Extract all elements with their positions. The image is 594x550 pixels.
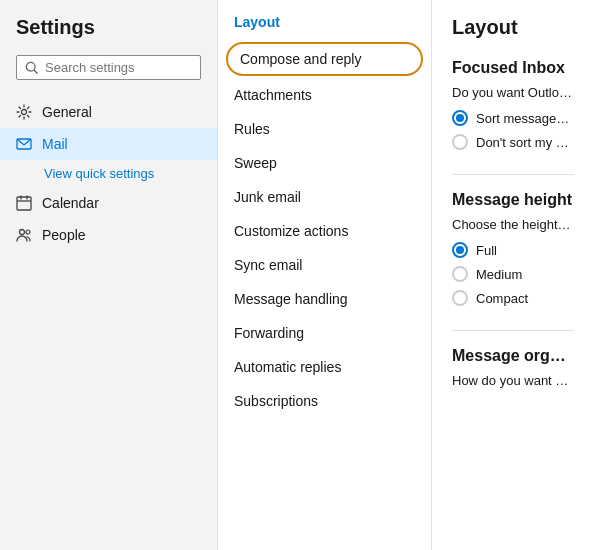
radio-compact-label: Compact (476, 291, 528, 306)
middle-item-compose-reply[interactable]: Compose and reply (226, 42, 423, 76)
calendar-label: Calendar (42, 195, 99, 211)
focused-inbox-heading: Focused Inbox (452, 59, 574, 77)
middle-item-junk-email[interactable]: Junk email (218, 180, 431, 214)
right-panel-title: Layout (452, 16, 574, 39)
middle-header: Layout (218, 0, 431, 40)
svg-rect-4 (17, 197, 31, 210)
radio-dont-sort[interactable]: Don't sort my messa (452, 134, 574, 150)
radio-full-label: Full (476, 243, 497, 258)
people-label: People (42, 227, 86, 243)
calendar-icon (16, 195, 32, 211)
middle-item-automatic-replies[interactable]: Automatic replies (218, 350, 431, 384)
sidebar-item-calendar[interactable]: Calendar (0, 187, 217, 219)
mail-icon (16, 136, 32, 152)
radio-compact[interactable]: Compact (452, 290, 574, 306)
svg-line-1 (34, 70, 37, 73)
message-height-options: Full Medium Compact (452, 242, 574, 306)
gear-icon (16, 104, 32, 120)
mail-label: Mail (42, 136, 68, 152)
svg-point-9 (26, 230, 30, 234)
radio-medium-label: Medium (476, 267, 522, 282)
search-box[interactable] (16, 55, 201, 80)
middle-item-message-handling[interactable]: Message handling (218, 282, 431, 316)
middle-item-rules[interactable]: Rules (218, 112, 431, 146)
middle-item-subscriptions[interactable]: Subscriptions (218, 384, 431, 418)
general-label: General (42, 104, 92, 120)
view-quick-settings-link[interactable]: View quick settings (0, 160, 217, 187)
radio-compact-circle[interactable] (452, 290, 468, 306)
middle-item-attachments[interactable]: Attachments (218, 78, 431, 112)
focused-inbox-subheading: Do you want Outlook to (452, 85, 574, 100)
radio-dont-sort-label: Don't sort my messa (476, 135, 574, 150)
app-title: Settings (0, 16, 217, 55)
svg-point-8 (20, 230, 25, 235)
focused-inbox-options: Sort messages into F Don't sort my messa (452, 110, 574, 150)
svg-point-2 (22, 110, 27, 115)
message-height-heading: Message height (452, 191, 574, 209)
sidebar-item-people[interactable]: People (0, 219, 217, 251)
divider-2 (452, 330, 574, 331)
radio-medium-circle[interactable] (452, 266, 468, 282)
middle-column: Layout Compose and reply Attachments Rul… (218, 0, 432, 550)
radio-full[interactable]: Full (452, 242, 574, 258)
sidebar: Settings General Mail View quick setting… (0, 0, 218, 550)
message-organization-heading: Message organizatio (452, 347, 574, 365)
message-organization-subheading: How do you want your m (452, 373, 574, 388)
middle-item-customize-actions[interactable]: Customize actions (218, 214, 431, 248)
radio-dont-sort-circle[interactable] (452, 134, 468, 150)
radio-sort-messages[interactable]: Sort messages into F (452, 110, 574, 126)
radio-full-circle[interactable] (452, 242, 468, 258)
radio-medium[interactable]: Medium (452, 266, 574, 282)
sidebar-item-mail[interactable]: Mail (0, 128, 217, 160)
message-height-subheading: Choose the height of eac (452, 217, 574, 232)
middle-item-sync-email[interactable]: Sync email (218, 248, 431, 282)
radio-sort-messages-circle[interactable] (452, 110, 468, 126)
sidebar-item-general[interactable]: General (0, 96, 217, 128)
divider-1 (452, 174, 574, 175)
middle-item-sweep[interactable]: Sweep (218, 146, 431, 180)
right-panel: Layout Focused Inbox Do you want Outlook… (432, 0, 594, 550)
search-icon (25, 61, 39, 75)
people-icon (16, 227, 32, 243)
middle-item-forwarding[interactable]: Forwarding (218, 316, 431, 350)
radio-sort-messages-label: Sort messages into F (476, 111, 574, 126)
search-input[interactable] (45, 60, 192, 75)
